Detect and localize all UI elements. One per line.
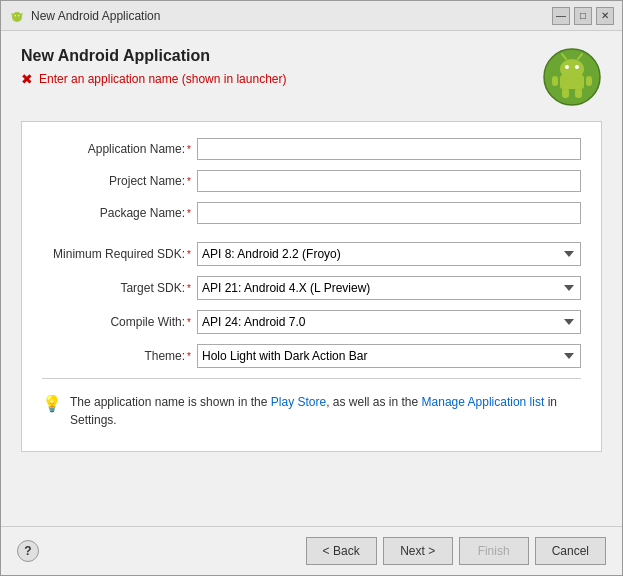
footer: ? < Back Next > Finish Cancel	[1, 526, 622, 575]
dialog-content: New Android Application ✖ Enter an appli…	[1, 31, 622, 526]
window-title: New Android Application	[31, 9, 160, 23]
finish-button[interactable]: Finish	[459, 537, 529, 565]
compile-with-row: Compile With: * API 24: Android 7.0	[42, 310, 581, 334]
next-button[interactable]: Next >	[383, 537, 453, 565]
window-icon	[9, 8, 25, 24]
application-name-label: Application Name: *	[42, 142, 197, 156]
play-store-link[interactable]: Play Store	[271, 395, 326, 409]
back-button[interactable]: < Back	[306, 537, 377, 565]
min-sdk-label: Minimum Required SDK: *	[42, 247, 197, 261]
project-name-row: Project Name: *	[42, 170, 581, 192]
svg-rect-11	[562, 88, 569, 98]
manage-app-link[interactable]: Manage Application list	[422, 395, 545, 409]
package-name-label: Package Name: *	[42, 206, 197, 220]
error-icon: ✖	[21, 71, 33, 87]
footer-right: < Back Next > Finish Cancel	[306, 537, 606, 565]
page-title: New Android Application	[21, 47, 286, 65]
required-marker-6: *	[187, 317, 191, 328]
info-row: 💡 The application name is shown in the P…	[42, 387, 581, 435]
svg-point-5	[18, 15, 19, 16]
info-icon: 💡	[42, 394, 62, 413]
header-text-block: New Android Application ✖ Enter an appli…	[21, 47, 286, 87]
close-button[interactable]: ✕	[596, 7, 614, 25]
main-window: New Android Application — □ ✕ New Androi…	[0, 0, 623, 576]
title-bar-left: New Android Application	[9, 8, 160, 24]
svg-rect-12	[575, 88, 582, 98]
divider	[42, 378, 581, 379]
target-sdk-label: Target SDK: *	[42, 281, 197, 295]
project-name-label: Project Name: *	[42, 174, 197, 188]
error-message: Enter an application name (shown in laun…	[39, 72, 286, 86]
theme-select[interactable]: Holo Light with Dark Action Bar	[197, 344, 581, 368]
required-marker-4: *	[187, 249, 191, 260]
target-sdk-row: Target SDK: * API 21: Android 4.X (L Pre…	[42, 276, 581, 300]
svg-point-14	[575, 65, 579, 69]
required-marker-1: *	[187, 144, 191, 155]
minimize-button[interactable]: —	[552, 7, 570, 25]
error-row: ✖ Enter an application name (shown in la…	[21, 71, 286, 87]
theme-label: Theme: *	[42, 349, 197, 363]
title-bar-controls: — □ ✕	[552, 7, 614, 25]
svg-rect-9	[552, 76, 558, 86]
project-name-input[interactable]	[197, 170, 581, 192]
cancel-button[interactable]: Cancel	[535, 537, 606, 565]
svg-rect-8	[560, 75, 584, 89]
title-bar: New Android Application — □ ✕	[1, 1, 622, 31]
required-marker-3: *	[187, 208, 191, 219]
header-row: New Android Application ✖ Enter an appli…	[21, 47, 602, 107]
package-name-input[interactable]	[197, 202, 581, 224]
svg-point-4	[15, 15, 16, 16]
compile-with-select[interactable]: API 24: Android 7.0	[197, 310, 581, 334]
footer-left: ?	[17, 540, 39, 562]
compile-with-label: Compile With: *	[42, 315, 197, 329]
min-sdk-row: Minimum Required SDK: * API 8: Android 2…	[42, 242, 581, 266]
package-name-row: Package Name: *	[42, 202, 581, 224]
target-sdk-select[interactable]: API 21: Android 4.X (L Preview)	[197, 276, 581, 300]
required-marker-5: *	[187, 283, 191, 294]
svg-rect-10	[586, 76, 592, 86]
info-text: The application name is shown in the Pla…	[70, 393, 581, 429]
theme-row: Theme: * Holo Light with Dark Action Bar	[42, 344, 581, 368]
svg-point-13	[565, 65, 569, 69]
maximize-button[interactable]: □	[574, 7, 592, 25]
help-button[interactable]: ?	[17, 540, 39, 562]
application-name-input[interactable]	[197, 138, 581, 160]
min-sdk-select[interactable]: API 8: Android 2.2 (Froyo)	[197, 242, 581, 266]
application-name-row: Application Name: *	[42, 138, 581, 160]
form-area: Application Name: * Project Name: * Pack…	[21, 121, 602, 452]
android-logo	[542, 47, 602, 107]
required-marker-2: *	[187, 176, 191, 187]
required-marker-7: *	[187, 351, 191, 362]
